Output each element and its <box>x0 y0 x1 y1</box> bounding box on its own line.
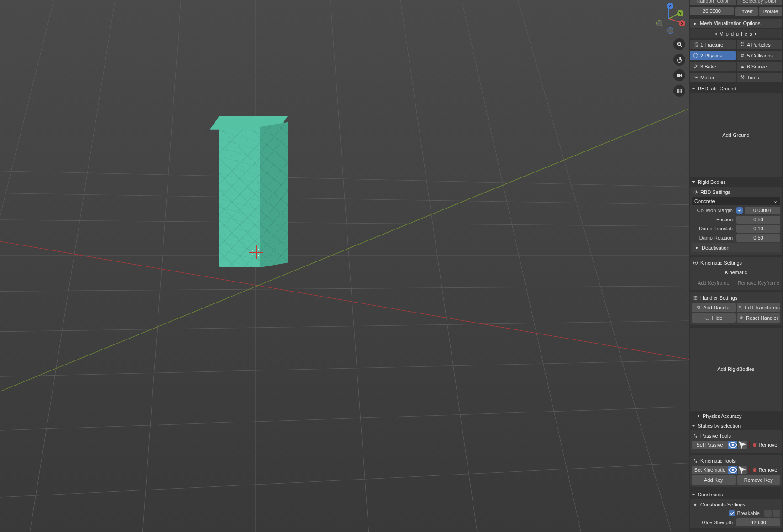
random-color-button[interactable]: Random Color <box>690 0 736 5</box>
svg-point-31 <box>695 262 696 263</box>
set-kinematic-button[interactable]: Set Kinematic <box>692 466 728 474</box>
rbd-settings-card: RBD Settings Concrete⌄ Collision Margin … <box>690 187 782 255</box>
statics-section-header[interactable]: Statics by selection <box>690 421 782 430</box>
constraint-icon-b[interactable] <box>773 510 780 517</box>
collision-margin-check[interactable] <box>736 207 743 214</box>
passive-visibility-toggle[interactable] <box>728 441 737 449</box>
add-handler-button[interactable]: ⧉Add Handler <box>692 303 736 312</box>
svg-rect-0 <box>0 0 689 532</box>
module-collisions[interactable]: ⧉5 Collisions <box>737 51 783 60</box>
camera-icon[interactable] <box>673 69 685 81</box>
side-panel: Random Color Select by Color 20.0000 Inv… <box>689 0 783 532</box>
select-by-color-button[interactable]: Select by Color <box>737 0 783 5</box>
module-smoke[interactable]: ☁6 Smoke <box>737 62 783 71</box>
zoom-icon[interactable] <box>673 38 685 50</box>
module-tools[interactable]: ⚒Tools <box>737 73 783 82</box>
pan-icon[interactable] <box>673 54 685 66</box>
module-bake[interactable]: ⟳3 Bake <box>690 62 736 71</box>
floor-grid <box>0 0 689 532</box>
svg-rect-25 <box>678 89 682 93</box>
viewport-3d[interactable]: X Y Z <box>0 0 689 532</box>
modules-header: • M o d u l e s • <box>690 29 782 38</box>
glue-strength-field[interactable]: 420.00 <box>736 518 780 526</box>
module-particles[interactable]: ⠿4 Particles <box>737 40 783 49</box>
constraints-section-header[interactable]: Constraints <box>690 490 782 499</box>
axis-x[interactable]: X <box>679 20 685 26</box>
kinematic-select-icon[interactable] <box>738 466 747 474</box>
damp-translation-field[interactable]: 0.10 <box>736 225 780 233</box>
rigid-bodies-section-header[interactable]: Rigid Bodies <box>690 177 782 187</box>
constraint-icon-a[interactable] <box>764 510 772 517</box>
svg-point-33 <box>732 444 734 446</box>
remove-keyframe-button[interactable]: Remove Keyframe <box>737 278 781 287</box>
pencil-icon: ✎ <box>737 305 743 310</box>
kinematic-button[interactable]: Kinematic <box>692 268 780 277</box>
perspective-icon[interactable] <box>673 85 685 97</box>
copy-icon: ⧉ <box>696 305 701 310</box>
probability-field[interactable]: 20.0000 <box>690 7 734 15</box>
edit-transforms-button[interactable]: ✎Edit Transforms <box>737 303 781 312</box>
axis-z[interactable]: Z <box>667 3 673 9</box>
preset-select[interactable]: Concrete⌄ <box>692 197 780 205</box>
damp-rotation-field[interactable]: 0.50 <box>736 234 780 242</box>
fractured-object[interactable] <box>219 116 306 267</box>
kinematic-settings-card: Kinematic Settings Kinematic Add Keyfram… <box>690 257 782 290</box>
chevron-down-icon: ⌄ <box>773 198 778 204</box>
reset-handler-button[interactable]: ⟳Reset Handler <box>737 313 781 323</box>
svg-rect-24 <box>677 74 680 77</box>
passive-select-icon[interactable] <box>738 441 747 449</box>
svg-point-34 <box>732 469 734 471</box>
set-passive-button[interactable]: Set Passive <box>692 441 728 449</box>
constraints-settings-card: Constraints Settings Breakable Glue Stre… <box>690 499 782 528</box>
axis-y[interactable]: Y <box>677 10 683 16</box>
physics-accuracy-header[interactable]: Physics Accuracy <box>690 411 782 421</box>
add-keyframe-button[interactable]: Add Keyframe <box>692 278 736 287</box>
mesh-visualization-expand[interactable]: ▸Mesh Visualization Options <box>690 19 782 28</box>
deactivation-expand[interactable]: ▸Deactivation <box>692 243 780 252</box>
kin-remove-key-button[interactable]: Remove Key <box>737 475 781 485</box>
kinematic-remove-button[interactable]: Remove <box>749 466 780 474</box>
invert-button[interactable]: Invert <box>735 7 758 16</box>
isolate-button[interactable]: Isolate <box>759 7 782 16</box>
module-physics[interactable]: ◯2 Physics <box>690 51 736 60</box>
refresh-icon: ⟳ <box>739 315 744 321</box>
ground-section-header[interactable]: RBDLab_Ground <box>690 83 782 93</box>
friction-field[interactable]: 0.50 <box>736 216 780 224</box>
kinematic-visibility-toggle[interactable] <box>728 466 737 474</box>
kin-add-key-button[interactable]: Add Key <box>692 475 736 485</box>
add-ground-button[interactable]: Add Ground <box>690 93 782 177</box>
eye-off-icon: ◡ <box>704 315 710 321</box>
3d-cursor <box>250 246 262 258</box>
passive-remove-button[interactable]: Remove <box>749 441 780 449</box>
passive-tools-card: Passive Tools Set Passive Remove <box>690 430 782 453</box>
collision-margin-field[interactable]: 0.00001 <box>745 207 780 214</box>
module-motion[interactable]: ⤳Motion <box>690 73 736 82</box>
add-rigidbodies-button[interactable]: Add RigidBodies <box>690 328 782 412</box>
hide-handler-button[interactable]: ◡Hide <box>692 313 736 323</box>
module-fracture[interactable]: ⛆1 Fracture <box>690 40 736 49</box>
handler-settings-card: Handler Settings ⧉Add Handler ✎Edit Tran… <box>690 292 782 325</box>
svg-line-21 <box>680 45 682 47</box>
breakable-check[interactable] <box>729 510 735 516</box>
orientation-gizmo[interactable]: X Y Z <box>652 2 685 35</box>
kinematic-tools-card: Kinematic Tools Set Kinematic Remove Add… <box>690 455 782 487</box>
